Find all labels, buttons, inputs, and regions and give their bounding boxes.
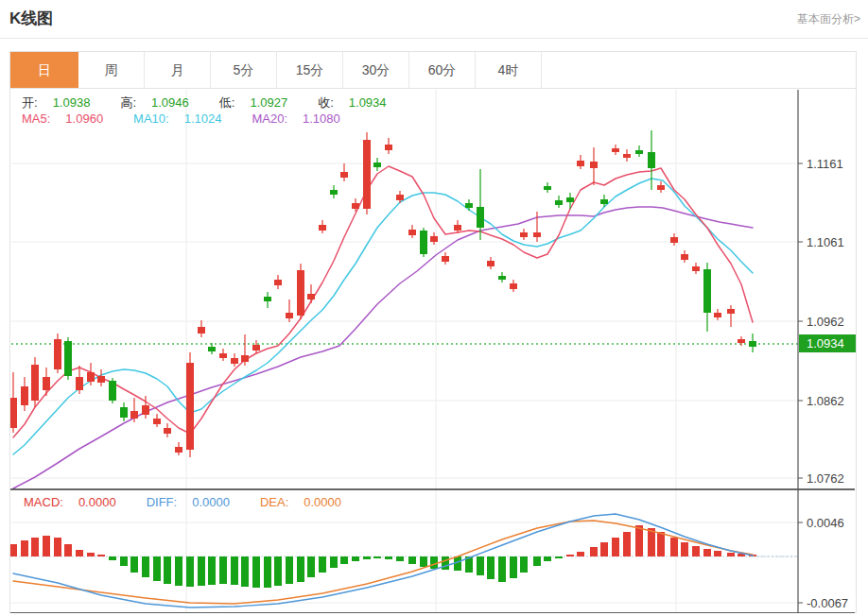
- macd-bar: [54, 538, 61, 556]
- tab-30min[interactable]: 30分: [343, 52, 409, 88]
- macd-bar: [142, 556, 149, 577]
- candle-body: [153, 419, 161, 424]
- tab-month[interactable]: 月: [145, 52, 211, 88]
- tab-60min[interactable]: 60分: [409, 52, 476, 88]
- macd-bar: [510, 556, 517, 578]
- candle-body: [385, 145, 392, 150]
- macd-bar: [703, 549, 711, 556]
- macd-bar: [219, 556, 227, 584]
- tab-4hour[interactable]: 4时: [476, 52, 542, 88]
- price-tick-label: 1.0862: [807, 394, 844, 408]
- candle-body: [657, 185, 665, 190]
- macd-bar: [670, 538, 678, 556]
- kline-chart-container: 日周月5分15分30分60分4时 1.11611.10611.09621.086…: [9, 51, 857, 613]
- candle-body: [408, 230, 416, 235]
- macd-bar: [544, 556, 551, 561]
- macd-bar: [657, 532, 665, 556]
- macd-bar: [396, 556, 404, 561]
- macd-bar: [477, 556, 484, 575]
- macd-bar: [566, 555, 574, 556]
- candle-body: [498, 276, 506, 280]
- tab-5min[interactable]: 5分: [211, 52, 277, 88]
- macd-bar: [577, 552, 584, 556]
- candle-body: [566, 197, 574, 202]
- macd-bar: [590, 547, 598, 556]
- candle-body: [130, 411, 138, 419]
- candle-body: [442, 256, 449, 262]
- kline-page: { "header": { "title": "K线图", "link": "基…: [0, 0, 868, 616]
- candle-body: [477, 207, 484, 228]
- macd-bar: [330, 556, 338, 568]
- macd-tick-label: 0.0046: [807, 516, 844, 530]
- macd-bar: [208, 556, 216, 585]
- macd-bar: [727, 553, 735, 556]
- macd-bar: [555, 556, 563, 558]
- candle-body: [648, 152, 655, 168]
- candle-body: [10, 398, 17, 428]
- candle-body: [533, 232, 541, 237]
- chart-area: 1.11611.10611.09621.08621.07620.0046-0.0…: [10, 89, 856, 613]
- candle-body: [590, 162, 598, 168]
- tab-15min[interactable]: 15分: [277, 52, 343, 88]
- kline-chart-canvas[interactable]: 1.11611.10611.09621.08621.07620.0046-0.0…: [10, 89, 856, 613]
- candle-body: [703, 269, 711, 313]
- macd-bar: [274, 556, 282, 586]
- macd-bar: [130, 556, 138, 573]
- macd-bar: [692, 546, 700, 556]
- macd-bar: [373, 556, 381, 558]
- tab-week[interactable]: 周: [78, 52, 145, 88]
- candle-body: [76, 377, 83, 390]
- candle-body: [164, 428, 171, 434]
- macd-bar: [430, 556, 438, 569]
- macd-bar: [533, 556, 541, 566]
- tab-day[interactable]: 日: [10, 52, 78, 88]
- candle-body: [319, 225, 326, 231]
- macd-bar: [442, 556, 449, 570]
- macd-bar: [487, 556, 495, 579]
- macd-bar: [109, 556, 116, 560]
- macd-bar: [43, 536, 50, 556]
- candle-body: [727, 309, 735, 314]
- macd-bar: [31, 538, 39, 556]
- candle-body: [286, 313, 293, 318]
- candle-body: [31, 365, 39, 401]
- candle-body: [577, 161, 584, 166]
- candle-body: [274, 280, 282, 285]
- fundamental-analysis-link[interactable]: 基本面分析>: [797, 11, 860, 27]
- candle-body: [43, 377, 50, 390]
- candle-body: [208, 347, 216, 351]
- price-tick-label: 1.0962: [807, 315, 844, 329]
- candle-body: [330, 190, 338, 195]
- candle-body: [264, 297, 271, 301]
- macd-bar: [198, 556, 205, 586]
- candle-body: [692, 266, 700, 271]
- candle-body: [600, 199, 608, 204]
- candle-body: [307, 294, 315, 299]
- macd-bar: [340, 556, 348, 564]
- macd-bar: [120, 556, 128, 566]
- macd-bar: [319, 556, 326, 573]
- page-title: K线图: [9, 8, 53, 29]
- candle-body: [21, 386, 28, 405]
- price-tick-label: 1.1161: [807, 157, 843, 171]
- macd-bar: [87, 553, 95, 556]
- candle-body: [714, 313, 721, 317]
- macd-bar: [681, 542, 688, 556]
- macd-bar: [714, 551, 721, 556]
- candle-body: [738, 339, 745, 343]
- macd-bar: [21, 540, 28, 556]
- macd-bar: [352, 556, 359, 561]
- candle-body: [142, 405, 149, 415]
- macd-bar: [241, 556, 249, 587]
- candle-body: [97, 376, 105, 383]
- macd-tick-label: -0.0067: [807, 596, 848, 610]
- macd-bar: [286, 556, 293, 584]
- candle-body: [373, 163, 381, 167]
- candle-body: [520, 232, 528, 237]
- macd-bar: [264, 556, 271, 588]
- macd-bar: [498, 556, 506, 582]
- candle-body: [749, 341, 756, 347]
- price-tick-label: 1.1061: [807, 235, 844, 249]
- macd-bar: [10, 544, 17, 556]
- candle-body: [670, 237, 678, 243]
